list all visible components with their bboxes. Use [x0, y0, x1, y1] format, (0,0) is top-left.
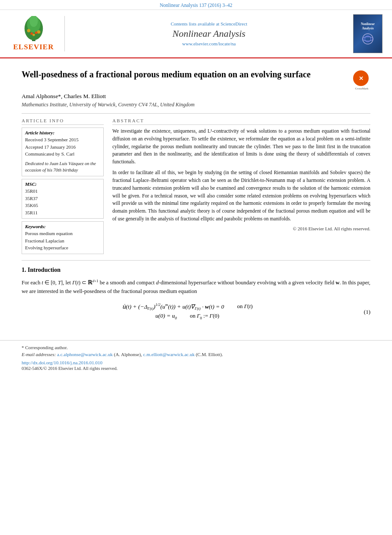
- history-content: Received 3 September 2015 Accepted 17 Ja…: [25, 136, 100, 174]
- equation-table: u̇(t) + (−ΔΓ(t))1/2(um(t)) + u(t)∇Γ(t) ·…: [122, 303, 252, 322]
- email1[interactable]: a.c.alphonse@warwick.ac.uk: [57, 352, 113, 357]
- journal-header: ELSEVIER Contents lists available at Sci…: [0, 10, 392, 58]
- section-divider: [22, 260, 370, 261]
- abstract-text: We investigate the existence, uniqueness…: [112, 127, 370, 223]
- dedication: Dedicated to Juan Luis Vázquez on the oc…: [25, 160, 100, 174]
- main-content: Well-posedness of a fractional porous me…: [0, 58, 392, 336]
- abstract-header: ABSTRACT: [112, 118, 370, 125]
- elsevier-tree-icon: [16, 16, 51, 42]
- divider-1: [22, 113, 370, 114]
- journal-citation: Nonlinear Analysis 137 (2016) 3–42: [159, 3, 232, 8]
- footnote-text: * Corresponding author.: [22, 344, 370, 351]
- eq-line1-lhs: u̇(t) + (−ΔΓ(t))1/2(um(t)) + u(t)∇Γ(t) ·…: [122, 303, 224, 311]
- communicated-by: Communicated by S. Carl: [25, 150, 100, 158]
- msc-code-2: 35R37: [25, 195, 100, 202]
- doi-link[interactable]: http://dx.doi.org/10.1016/j.na.2016.01.0…: [22, 360, 370, 365]
- copyright-footer: 0362-546X/© 2016 Elsevier Ltd. All right…: [22, 366, 370, 371]
- svg-rect-9: [359, 32, 376, 45]
- journal-title: Nonlinear Analysis: [71, 28, 347, 39]
- elsevier-logo: ELSEVIER: [9, 16, 65, 51]
- equation-number: (1): [353, 309, 370, 315]
- keyword-2: Fractional Laplacian: [25, 237, 100, 245]
- svg-point-5: [37, 30, 40, 34]
- email-line: E-mail addresses: a.c.alphonse@warwick.a…: [22, 351, 370, 358]
- equation-content: u̇(t) + (−ΔΓ(t))1/2(um(t)) + u(t)∇Γ(t) ·…: [22, 303, 353, 322]
- history-label: Article history:: [25, 130, 100, 135]
- keywords-content: Porous medium equation Fractional Laplac…: [25, 230, 100, 252]
- keywords-label: Keywords:: [25, 224, 100, 229]
- article-history-block: Article history: Received 3 September 20…: [22, 127, 104, 176]
- received-date: Received 3 September 2015: [25, 136, 100, 143]
- msc-label: MSC:: [25, 182, 100, 187]
- affiliation: Mathematics Institute, University of War…: [22, 102, 370, 108]
- footnote-star: * Corresponding author.: [22, 345, 68, 350]
- eq-row-1: u̇(t) + (−ΔΓ(t))1/2(um(t)) + u(t)∇Γ(t) ·…: [122, 303, 252, 311]
- cover-graphic-icon: [359, 32, 376, 45]
- two-col-section: ARTICLE INFO Article history: Received 3…: [22, 118, 370, 254]
- keywords-block: Keywords: Porous medium equation Fractio…: [22, 221, 104, 254]
- journal-cover: NonlinearAnalysis: [353, 14, 383, 53]
- sci-direct-prefix: Contents lists available at: [171, 21, 220, 26]
- keyword-3: Evolving hypersurface: [25, 244, 100, 252]
- article-title: Well-posedness of a fractional porous me…: [22, 69, 346, 80]
- section-number: 1.: [22, 267, 28, 273]
- eq-line2-lhs: u(0) = u0: [156, 312, 177, 320]
- footer-section: * Corresponding author. E-mail addresses…: [0, 340, 392, 373]
- svg-point-10: [363, 34, 373, 44]
- eq-line2-domain: on Γ0 := Γ(0): [190, 312, 219, 320]
- section-name: Introduction: [28, 267, 61, 273]
- email-label: E-mail addresses:: [22, 352, 56, 357]
- journal-center: Contents lists available at ScienceDirec…: [71, 21, 347, 46]
- intro-paragraph: For each t ∈ [0, T], let Γ(t) ⊂ ℝd+1 be …: [22, 278, 370, 296]
- equation-1-block: u̇(t) + (−ΔΓ(t))1/2(um(t)) + u(t)∇Γ(t) ·…: [22, 303, 370, 322]
- msc-code-4: 35R11: [25, 209, 100, 217]
- email1-name: (A. Alphonse),: [114, 352, 142, 357]
- authors: Amal Alphonse*, Charles M. Elliott: [22, 93, 370, 100]
- abstract-panel: ABSTRACT We investigate the existence, u…: [112, 118, 370, 254]
- email2-name: (C.M. Elliott).: [196, 352, 223, 357]
- crossmark-badge: ✕ CrossMark: [353, 70, 370, 88]
- svg-point-12: [363, 37, 373, 41]
- msc-content: 35R01 35R37 35K65 35R11: [25, 188, 100, 216]
- top-bar: Nonlinear Analysis 137 (2016) 3–42: [0, 0, 392, 10]
- cover-title: NonlinearAnalysis: [361, 22, 375, 31]
- svg-point-6: [30, 32, 33, 35]
- article-info-header: ARTICLE INFO: [22, 118, 104, 125]
- email2[interactable]: c.m.elliott@warwick.ac.uk: [143, 352, 194, 357]
- introduction-text: For each t ∈ [0, T], let Γ(t) ⊂ ℝd+1 be …: [22, 278, 370, 296]
- abstract-paragraph-2: In order to facilitate all of this, we b…: [112, 169, 370, 223]
- svg-point-7: [35, 32, 37, 34]
- page: Nonlinear Analysis 137 (2016) 3–42 ELSEV…: [0, 0, 392, 535]
- sci-direct-line: Contents lists available at ScienceDirec…: [71, 21, 347, 26]
- abstract-copyright: © 2016 Elsevier Ltd. All rights reserved…: [112, 226, 370, 231]
- eq-line1-domain: on Γ(t): [237, 303, 253, 310]
- abstract-paragraph-1: We investigate the existence, uniqueness…: [112, 127, 370, 166]
- crossmark-icon: ✕: [353, 70, 369, 86]
- cover-box: NonlinearAnalysis: [353, 14, 382, 53]
- svg-point-8: [32, 34, 35, 36]
- elsevier-brand-name: ELSEVIER: [13, 43, 54, 51]
- keyword-1: Porous medium equation: [25, 230, 100, 237]
- msc-code-3: 35K65: [25, 202, 100, 209]
- journal-url[interactable]: www.elsevier.com/locate/na: [71, 41, 347, 46]
- svg-point-4: [27, 29, 30, 32]
- sci-direct-link[interactable]: ScienceDirect: [220, 21, 247, 26]
- msc-code-1: 35R01: [25, 188, 100, 195]
- eq-row-2: u(0) = u0 on Γ0 := Γ(0): [122, 312, 252, 320]
- article-info-panel: ARTICLE INFO Article history: Received 3…: [22, 118, 104, 254]
- msc-block: MSC: 35R01 35R37 35K65 35R11: [22, 179, 104, 219]
- article-title-section: Well-posedness of a fractional porous me…: [22, 69, 370, 88]
- accepted-date: Accepted 17 January 2016: [25, 143, 100, 151]
- section-1-title: 1. Introduction: [22, 267, 370, 274]
